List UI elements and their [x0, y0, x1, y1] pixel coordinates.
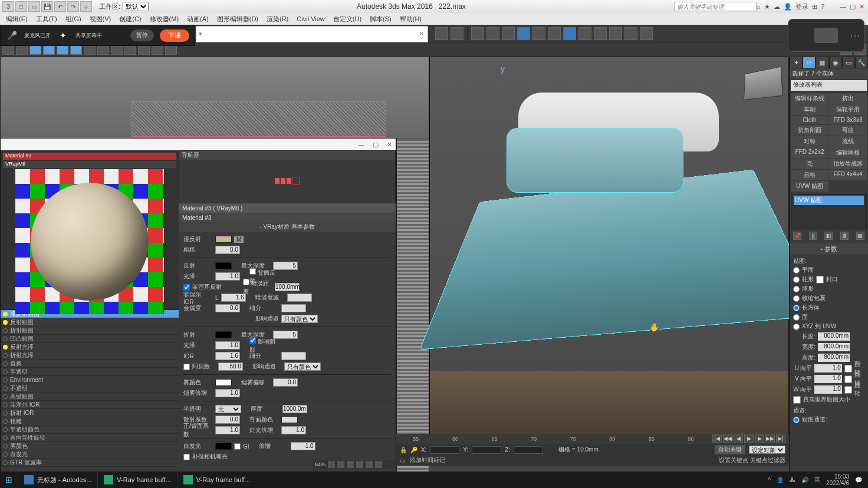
sofa-pillow-selected[interactable] — [507, 128, 683, 193]
app-icon[interactable]: 3 — [2, 1, 14, 12]
mic-icon[interactable]: 🎤 — [5, 29, 18, 42]
fresnel-lock-icon[interactable]: L — [215, 295, 219, 301]
qat-new-icon[interactable]: □ — [15, 1, 27, 12]
maptype-radio[interactable] — [793, 314, 800, 321]
material-editor-dialog[interactable]: — ▢ ✕ Material #3 VRayMtl 漫反射贴图反射贴图折射贴图凹… — [0, 138, 396, 477]
map-slot-row[interactable]: 置换 — [1, 360, 179, 368]
fb-spinner[interactable]: 1.0 — [215, 426, 240, 434]
task-item-vfb1[interactable]: V-Ray frame buff... — [97, 471, 177, 488]
compensate-checkbox[interactable] — [183, 454, 190, 460]
light-mult-spinner[interactable]: 1.0 — [281, 426, 306, 434]
teapot-icon[interactable] — [609, 27, 622, 40]
qat-undo-icon[interactable]: ↶ — [54, 1, 66, 12]
reflect-gloss-spinner[interactable]: 1.0 — [215, 272, 240, 281]
fog-swatch[interactable] — [215, 379, 232, 386]
render-last-icon[interactable] — [624, 27, 637, 40]
menu-edit[interactable]: 编辑(E) — [2, 14, 31, 25]
menu-group[interactable]: 组(G) — [62, 14, 85, 25]
realworld-checkbox[interactable] — [793, 396, 801, 404]
min-button[interactable]: — — [840, 3, 846, 10]
cloud-icon[interactable]: ☁ — [774, 3, 780, 11]
diffuse-map-button[interactable]: M — [234, 236, 244, 243]
menu-tools[interactable]: 工具(T) — [32, 14, 61, 25]
navigator-graph[interactable] — [179, 160, 395, 202]
star-icon[interactable]: ★ — [764, 3, 770, 11]
autokey-button[interactable]: 自动关键 — [715, 445, 745, 454]
x-input[interactable] — [430, 446, 459, 454]
infocenter-icon[interactable]: ⌕ — [757, 3, 761, 10]
maptype-radio[interactable] — [793, 324, 800, 330]
reflect-affect-select[interactable]: 只有颜色 — [281, 315, 318, 323]
map-slot-row[interactable]: 反射贴图 — [1, 318, 179, 327]
exchange-icon[interactable]: ⊞ — [812, 3, 817, 11]
wtile-spinner[interactable]: 1.0 — [814, 385, 841, 394]
map-slot-row[interactable]: 半透明 — [1, 368, 179, 376]
map-slot-list[interactable]: 漫反射贴图反射贴图折射贴图凹凸贴图反射光泽折射光泽置换半透明Environmen… — [1, 309, 179, 477]
mapchannel-radio[interactable] — [793, 417, 800, 423]
maptype-radio[interactable] — [793, 267, 800, 273]
map-slot-row[interactable]: 高级贴图 — [1, 393, 179, 401]
mm-icon-2[interactable] — [337, 461, 344, 468]
render-production-icon[interactable] — [578, 27, 591, 40]
z-input[interactable] — [514, 446, 543, 454]
material-name-field[interactable]: Material #3 — [179, 213, 396, 222]
reflect-subdiv-spinner[interactable] — [281, 304, 306, 312]
windows-taskbar[interactable]: ⊞ 无标题 - Autodes... V-Ray frame buff... V… — [0, 471, 868, 488]
recording-toolbar[interactable]: 🎤 麦克风已开 ✦ 共享屏幕中 暂停 下课 — [0, 25, 195, 46]
menu-views[interactable]: 视图(V) — [86, 14, 115, 25]
map-slot-row[interactable]: Environment — [1, 376, 179, 384]
dialog-titlebar[interactable]: — ▢ ✕ — [1, 139, 396, 150]
metalness-spinner[interactable]: 0.0 — [215, 304, 240, 312]
show-result-icon[interactable]: || — [809, 232, 817, 240]
mm-icon-4[interactable] — [356, 461, 363, 468]
material-editor-icon[interactable] — [532, 27, 545, 40]
layers-icon[interactable] — [486, 27, 499, 40]
qat-save-icon[interactable]: 💾 — [41, 1, 53, 12]
mm-icon-6[interactable] — [375, 461, 382, 468]
user-icon[interactable]: 👤 — [784, 3, 792, 11]
menu-create[interactable]: 创建(C) — [116, 14, 144, 25]
schematic-view-icon[interactable] — [517, 27, 530, 40]
render-region-icon[interactable] — [640, 27, 653, 40]
refract-affect-select[interactable]: 只有颜色 — [284, 362, 321, 371]
configure-icon[interactable]: ▦ — [856, 232, 864, 240]
nav-node[interactable] — [281, 178, 285, 184]
dialog-max-icon[interactable]: ▢ — [373, 141, 379, 149]
length-spinner[interactable]: 800.0mm — [818, 332, 850, 341]
angle-snap-icon[interactable] — [451, 27, 463, 40]
selfillum-swatch[interactable] — [215, 443, 232, 450]
map-slot-row[interactable]: 菲涅尔 IOR — [1, 401, 179, 409]
task-item-max[interactable]: 无标题 - Autodes... — [18, 471, 97, 488]
abbe-checkbox[interactable] — [183, 364, 190, 370]
maptype-radio[interactable] — [793, 305, 800, 311]
modifier-button[interactable]: 对称 — [791, 136, 828, 147]
tray-network-icon[interactable]: 🖧 — [790, 477, 795, 483]
menu-grapheditors[interactable]: 图形编辑器(D) — [213, 14, 262, 25]
max-button[interactable]: ▢ — [850, 3, 856, 11]
map-slot-row[interactable]: 半透明颜色 — [1, 426, 179, 434]
height-spinner[interactable]: 800.0mm — [818, 354, 850, 362]
mm-icon-3[interactable] — [347, 461, 354, 468]
floating-search-window[interactable]: ▾ ✕ — [196, 26, 428, 42]
remove-mod-icon[interactable]: 🗑 — [840, 232, 849, 240]
menu-customize[interactable]: 自定义(U) — [330, 14, 365, 25]
trans-depth-spinner[interactable]: 1000.0m — [282, 405, 307, 413]
modifier-list-dropdown[interactable]: 修改器列表 — [791, 80, 867, 91]
modifier-button[interactable]: 流线 — [829, 136, 867, 147]
map-slot-row[interactable]: 折射 IOR — [1, 409, 179, 417]
modifier-button[interactable]: 弯曲 — [829, 125, 867, 136]
cap-checkbox[interactable] — [816, 276, 824, 283]
close-button[interactable]: ✕ — [859, 3, 864, 11]
pin-stack-icon[interactable]: 📌 — [793, 232, 801, 240]
modifier-button[interactable]: FFD 4x4x4 — [829, 170, 867, 180]
diffuse-swatch[interactable] — [215, 236, 232, 243]
maptype-radio[interactable] — [793, 295, 800, 302]
map-slot-row[interactable]: 自发光 — [1, 450, 179, 459]
ime-indicator[interactable]: 英 — [814, 476, 820, 484]
translucency-select[interactable]: 无 — [215, 405, 241, 413]
abbe-spinner[interactable]: 50.0 — [218, 362, 243, 371]
modifier-button[interactable]: FFD 2x2x2 — [791, 147, 828, 158]
map-slot-row[interactable]: 雾颜色 — [1, 442, 179, 450]
make-unique-icon[interactable]: ◧ — [824, 232, 833, 240]
params-rollup-header[interactable]: - 参数 — [790, 243, 868, 255]
